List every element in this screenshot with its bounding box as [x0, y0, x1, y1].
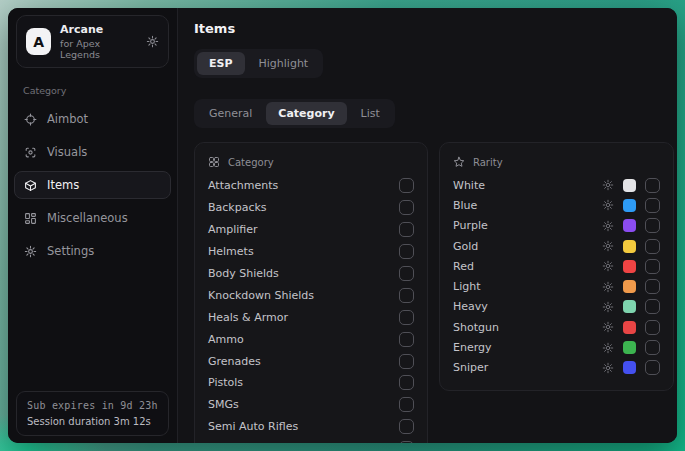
- sidebar-nav-item[interactable]: Items: [14, 171, 171, 199]
- rarity-label: Sniper: [453, 361, 488, 374]
- checkbox[interactable]: [399, 310, 414, 325]
- category-label: Assault Rifles: [208, 442, 282, 443]
- gear-icon[interactable]: [602, 281, 614, 293]
- color-swatch[interactable]: [623, 260, 636, 273]
- checkbox[interactable]: [645, 279, 660, 294]
- checkbox[interactable]: [399, 397, 414, 412]
- checkbox[interactable]: [399, 332, 414, 347]
- rarity-label: Blue: [453, 199, 477, 212]
- rarity-row: Light: [453, 276, 660, 296]
- checkbox[interactable]: [399, 200, 414, 215]
- tab[interactable]: List: [349, 102, 392, 125]
- gear-icon[interactable]: [602, 342, 614, 354]
- crosshair-icon: [24, 113, 37, 126]
- category-row: Amplifier: [208, 219, 414, 241]
- rarity-label: Purple: [453, 219, 488, 232]
- gear-icon[interactable]: [602, 240, 614, 252]
- mode-toggle-button[interactable]: ESP: [197, 52, 245, 75]
- sidebar-nav-item[interactable]: Aimbot: [14, 105, 171, 133]
- checkbox[interactable]: [399, 266, 414, 281]
- rarity-panel: Rarity White Blue: [439, 142, 674, 391]
- rarity-row: Energy: [453, 337, 660, 357]
- color-swatch[interactable]: [623, 240, 636, 253]
- checkbox[interactable]: [645, 198, 660, 213]
- sidebar: A Arcane for Apex Legends Category Aimbo…: [8, 8, 178, 443]
- category-label: Backpacks: [208, 201, 267, 214]
- checkbox[interactable]: [645, 320, 660, 335]
- session-duration-text: Session duration 3m 12s: [27, 416, 158, 427]
- sidebar-item-label: Aimbot: [47, 112, 88, 126]
- gear-icon[interactable]: [146, 35, 159, 48]
- category-label: Attachments: [208, 179, 278, 192]
- category-label: Pistols: [208, 376, 243, 389]
- app-name: Arcane: [60, 23, 137, 36]
- rarity-label: Red: [453, 260, 474, 273]
- rarity-row: Red: [453, 256, 660, 276]
- tab[interactable]: Category: [266, 102, 346, 125]
- color-swatch[interactable]: [623, 280, 636, 293]
- color-swatch[interactable]: [623, 199, 636, 212]
- checkbox[interactable]: [399, 288, 414, 303]
- category-row: SMGs: [208, 394, 414, 416]
- color-swatch[interactable]: [623, 361, 636, 374]
- color-swatch[interactable]: [623, 179, 636, 192]
- gear-icon[interactable]: [602, 220, 614, 232]
- gear-icon[interactable]: [602, 301, 614, 313]
- category-label: Ammo: [208, 333, 244, 346]
- rarity-panel-header: Rarity: [453, 153, 660, 175]
- mode-toggle: ESPHighlight: [194, 49, 323, 78]
- checkbox[interactable]: [645, 218, 660, 233]
- grid-icon: [208, 156, 220, 168]
- checkbox[interactable]: [645, 299, 660, 314]
- rarity-row: Shotgun: [453, 317, 660, 337]
- checkbox[interactable]: [399, 375, 414, 390]
- layout-icon: [24, 212, 37, 225]
- category-row: Assault Rifles: [208, 438, 414, 443]
- sidebar-nav-item[interactable]: Miscellaneous: [14, 204, 171, 232]
- sidebar-nav-item[interactable]: Settings: [14, 237, 171, 265]
- checkbox[interactable]: [399, 178, 414, 193]
- category-label: Helmets: [208, 245, 254, 258]
- mode-toggle-button[interactable]: Highlight: [247, 52, 321, 75]
- sidebar-nav-item[interactable]: Visuals: [14, 138, 171, 166]
- rarity-row: Gold: [453, 236, 660, 256]
- gear-icon[interactable]: [602, 321, 614, 333]
- rarity-label: Light: [453, 280, 480, 293]
- color-swatch[interactable]: [623, 341, 636, 354]
- gear-icon[interactable]: [602, 362, 614, 374]
- scan-icon: [24, 146, 37, 159]
- checkbox[interactable]: [645, 340, 660, 355]
- color-swatch[interactable]: [623, 300, 636, 313]
- gear-icon[interactable]: [602, 179, 614, 191]
- rarity-label: Heavy: [453, 300, 488, 313]
- gear-icon: [24, 245, 37, 258]
- color-swatch[interactable]: [623, 321, 636, 334]
- brand-text: Arcane for Apex Legends: [60, 23, 137, 60]
- checkbox[interactable]: [399, 419, 414, 434]
- checkbox[interactable]: [399, 354, 414, 369]
- category-row: Heals & Armor: [208, 306, 414, 328]
- gear-icon[interactable]: [602, 199, 614, 211]
- page-title: Items: [194, 21, 674, 36]
- category-label: SMGs: [208, 398, 239, 411]
- tab[interactable]: General: [197, 102, 264, 125]
- rarity-label: White: [453, 179, 485, 192]
- checkbox[interactable]: [645, 239, 660, 254]
- category-row: Ammo: [208, 328, 414, 350]
- category-label: Semi Auto Rifles: [208, 420, 298, 433]
- checkbox[interactable]: [399, 244, 414, 259]
- category-label: Body Shields: [208, 267, 279, 280]
- checkbox[interactable]: [645, 259, 660, 274]
- color-swatch[interactable]: [623, 219, 636, 232]
- star-icon: [453, 156, 465, 168]
- checkbox[interactable]: [399, 222, 414, 237]
- category-panel-header: Category: [208, 153, 414, 175]
- checkbox[interactable]: [645, 360, 660, 375]
- gear-icon[interactable]: [602, 260, 614, 272]
- main-content: Items ESPHighlight GeneralCategoryList C…: [178, 8, 677, 443]
- checkbox[interactable]: [645, 178, 660, 193]
- checkbox[interactable]: [399, 441, 414, 443]
- rarity-panel-title: Rarity: [473, 157, 503, 168]
- sidebar-item-label: Items: [47, 178, 79, 192]
- category-panel-title: Category: [228, 157, 274, 168]
